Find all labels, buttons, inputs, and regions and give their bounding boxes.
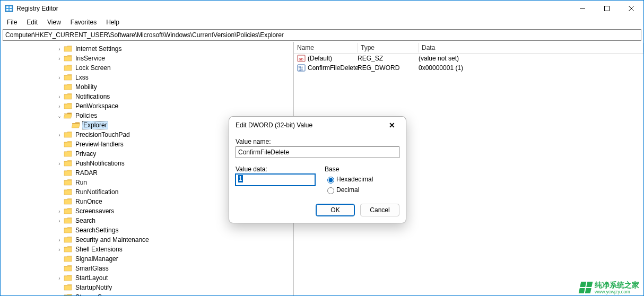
folder-icon <box>72 121 80 129</box>
folder-icon <box>64 255 72 263</box>
value-type: REG_DWORD <box>358 64 419 72</box>
folder-icon <box>64 188 72 196</box>
dialog-title-text: Edit DWORD (32-bit) Value <box>236 121 312 129</box>
value-data: (value not set) <box>419 55 643 62</box>
tree-item-label: PreviewHandlers <box>74 141 125 148</box>
menu-favorites[interactable]: Favorites <box>66 18 101 27</box>
chevron-down-icon[interactable]: ⌄ <box>56 113 63 119</box>
folder-icon <box>64 74 72 81</box>
svg-rect-6 <box>605 6 610 11</box>
svg-rect-3 <box>6 9 8 11</box>
radio-hex-label: Hexadecimal <box>336 176 373 183</box>
tree-item[interactable]: ›IrisService <box>1 54 293 63</box>
chevron-right-icon[interactable]: › <box>56 218 63 224</box>
chevron-right-icon[interactable]: › <box>56 56 63 62</box>
chevron-right-icon[interactable]: › <box>56 103 63 109</box>
list-header[interactable]: Name Type Data <box>294 42 643 54</box>
tree-item-label: RADAR <box>74 169 99 177</box>
tree-item-label: Search <box>74 217 97 224</box>
chevron-right-icon[interactable]: › <box>56 94 63 100</box>
radio-hex-input[interactable] <box>327 177 334 184</box>
reg-sz-icon: ab <box>297 54 306 63</box>
tree-item[interactable]: ›SmartGlass <box>1 264 293 273</box>
chevron-right-icon[interactable]: › <box>56 46 63 52</box>
folder-icon <box>64 112 72 119</box>
folder-icon <box>64 293 72 295</box>
value-name-input[interactable] <box>236 146 399 158</box>
tree-item-label: PrecisionTouchPad <box>74 131 131 138</box>
svg-rect-1 <box>6 6 8 8</box>
tree-item-label: StartLayout <box>74 274 109 282</box>
radio-decimal[interactable]: Decimal <box>325 186 399 194</box>
folder-icon <box>64 227 72 234</box>
tree-item[interactable]: ›Security and Maintenance <box>1 235 293 245</box>
cancel-button[interactable]: Cancel <box>360 204 399 216</box>
tree-item[interactable]: ›StartLayout <box>1 273 293 283</box>
tree-item[interactable]: ›Shell Extensions <box>1 245 293 254</box>
chevron-right-icon[interactable]: › <box>56 208 63 214</box>
menu-view[interactable]: View <box>43 18 65 27</box>
tree-item[interactable]: ›Lock Screen <box>1 63 293 73</box>
menu-file[interactable]: File <box>3 18 21 27</box>
tree-item-label: StorageSense <box>74 293 117 295</box>
tree-item[interactable]: ›Notifications <box>1 92 293 101</box>
tree-item[interactable]: ›SignalManager <box>1 254 293 264</box>
edit-dword-dialog: Edit DWORD (32-bit) Value ✕ Value name: … <box>229 116 406 223</box>
dialog-close-button[interactable]: ✕ <box>385 119 399 132</box>
tree-item-label: Security and Maintenance <box>74 236 150 243</box>
tree-item-label: Explorer <box>82 121 108 129</box>
col-data[interactable]: Data <box>419 43 643 53</box>
chevron-right-icon[interactable]: › <box>56 237 63 243</box>
folder-icon <box>64 198 72 205</box>
col-name[interactable]: Name <box>294 43 358 53</box>
value-data-input[interactable]: 1 <box>236 174 315 186</box>
tree-item-label: Policies <box>74 112 98 119</box>
tree-item[interactable]: ›Internet Settings <box>1 44 293 54</box>
tree-item-label: PenWorkspace <box>74 102 119 110</box>
tree-item[interactable]: ›PenWorkspace <box>1 101 293 111</box>
chevron-right-icon[interactable]: › <box>56 294 63 296</box>
tree-item-label: IrisService <box>74 55 106 62</box>
tree-item-label: Privacy <box>74 150 97 158</box>
radio-hexadecimal[interactable]: Hexadecimal <box>325 175 399 184</box>
chevron-right-icon[interactable]: › <box>56 161 63 167</box>
folder-icon <box>64 160 72 167</box>
minimize-button[interactable] <box>570 1 595 16</box>
ok-button[interactable]: OK <box>316 204 355 216</box>
chevron-right-icon[interactable]: › <box>56 275 63 281</box>
regedit-icon <box>5 4 13 13</box>
maximize-button[interactable] <box>595 1 619 16</box>
tree-item-label: Lxss <box>74 74 90 81</box>
folder-icon <box>64 169 72 177</box>
chevron-right-icon[interactable]: › <box>56 132 63 138</box>
tree-item[interactable]: ›StorageSense <box>1 292 293 295</box>
tree-item[interactable]: ›SearchSettings <box>1 225 293 235</box>
value-row[interactable]: 011110ConfirmFileDeleteREG_DWORD0x000000… <box>294 63 643 73</box>
tree-item-label: Notifications <box>74 93 111 100</box>
chevron-right-icon[interactable]: › <box>56 75 63 81</box>
folder-icon <box>64 274 72 282</box>
radio-dec-input[interactable] <box>327 187 334 194</box>
value-row[interactable]: ab(Default)REG_SZ(value not set) <box>294 54 643 63</box>
dialog-titlebar[interactable]: Edit DWORD (32-bit) Value ✕ <box>229 117 406 134</box>
tree-item[interactable]: ›Lxss <box>1 73 293 82</box>
titlebar[interactable]: Registry Editor <box>1 1 643 16</box>
menu-edit[interactable]: Edit <box>22 18 42 27</box>
tree-item-label: SearchSettings <box>74 227 119 234</box>
watermark: 纯净系统之家 www.ycwjzy.com <box>580 281 639 294</box>
col-type[interactable]: Type <box>358 43 419 53</box>
tree-item[interactable]: ›StartupNotify <box>1 283 293 292</box>
tree-item[interactable]: ›Mobility <box>1 82 293 92</box>
window-title: Registry Editor <box>16 5 58 12</box>
tree-item-label: Shell Extensions <box>74 246 124 253</box>
tree-item-label: Mobility <box>74 83 98 91</box>
folder-icon <box>64 207 72 215</box>
address-bar[interactable]: Computer\HKEY_CURRENT_USER\Software\Micr… <box>3 29 641 41</box>
menu-help[interactable]: Help <box>102 18 124 27</box>
list-body[interactable]: ab(Default)REG_SZ(value not set)011110Co… <box>294 54 643 73</box>
chevron-right-icon[interactable]: › <box>56 247 63 253</box>
value-name: ConfirmFileDelete <box>308 64 359 72</box>
tree-item-label: SmartGlass <box>74 265 110 272</box>
base-label: Base <box>325 166 399 173</box>
close-button[interactable] <box>619 1 643 16</box>
